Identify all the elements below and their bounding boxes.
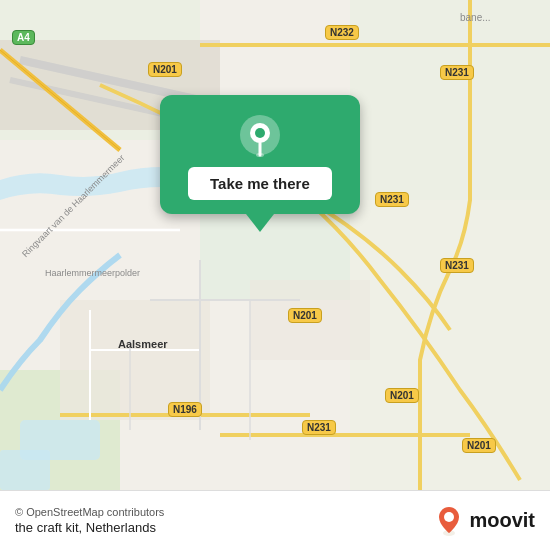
moovit-icon xyxy=(433,505,465,537)
label-haarlemmerpolder: Haarlemmermeerpolder xyxy=(45,268,140,278)
badge-a4: A4 xyxy=(12,30,35,45)
badge-n201-bot: N201 xyxy=(385,388,419,403)
badge-n231-mid: N231 xyxy=(375,192,409,207)
badge-n201-mid: N201 xyxy=(288,308,322,323)
map-container: A4 N232 N201 N231 N231 N231 N201 N196 N2… xyxy=(0,0,550,490)
svg-rect-2 xyxy=(350,0,550,200)
badge-n196: N196 xyxy=(168,402,202,417)
svg-point-27 xyxy=(255,128,265,138)
badge-n232: N232 xyxy=(325,25,359,40)
popup-box: Take me there xyxy=(160,95,360,214)
moovit-text: moovit xyxy=(469,509,535,532)
label-aalsmeer: Aalsmeer xyxy=(118,338,168,350)
badge-n231-bot: N231 xyxy=(302,420,336,435)
svg-point-28 xyxy=(256,153,264,157)
svg-point-30 xyxy=(444,512,454,522)
location-label: the craft kit, Netherlands xyxy=(15,520,164,535)
svg-rect-24 xyxy=(0,450,50,490)
map-popup: Take me there xyxy=(160,95,360,232)
label-amstelveen: bane... xyxy=(460,12,491,23)
badge-n201-top: N201 xyxy=(148,62,182,77)
badge-n231-right-top: N231 xyxy=(440,65,474,80)
moovit-logo: moovit xyxy=(433,505,535,537)
badge-n201-right: N201 xyxy=(462,438,496,453)
badge-n231-mid2: N231 xyxy=(440,258,474,273)
osm-attribution: © OpenStreetMap contributors xyxy=(15,506,164,518)
popup-tail xyxy=(246,214,274,232)
bottom-bar: © OpenStreetMap contributors the craft k… xyxy=(0,490,550,550)
svg-rect-3 xyxy=(350,200,550,490)
take-me-there-button[interactable]: Take me there xyxy=(188,167,332,200)
location-pin-icon xyxy=(238,113,282,157)
